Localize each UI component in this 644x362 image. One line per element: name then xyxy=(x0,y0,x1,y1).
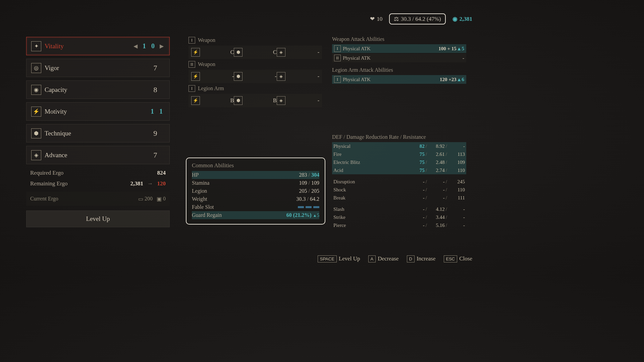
key-hints: SPACELevel UpADecreaseDIncreaseESCClose xyxy=(318,255,472,262)
top-bar: ❤ 10 ⚖ 30.3 / 64.2 (47%) ◉ 2,381 xyxy=(370,13,472,24)
ability-row: Legion205/205 xyxy=(192,187,319,195)
key-icon: ESC xyxy=(444,255,458,262)
stat-label: Technique xyxy=(45,130,151,137)
scaling-icon: ◈ xyxy=(277,96,285,105)
key-hint: ADecrease xyxy=(368,255,399,262)
common-abilities-box: Common Abilities HP283/304Stamina109/109… xyxy=(186,158,325,225)
technique-icon: ⬢ xyxy=(31,128,41,138)
scaling-grade: - xyxy=(314,73,319,79)
scaling-icon: ⬢ xyxy=(234,72,243,81)
stat-row-technique[interactable]: ⬢ Technique 9 xyxy=(26,124,170,142)
scaling-icon: ⚡ xyxy=(191,48,200,57)
stat-label: Motivity xyxy=(45,108,149,115)
stat-row-vigor[interactable]: ◎ Vigor 7 xyxy=(26,59,170,77)
hearts-value: 10 xyxy=(377,16,382,22)
def-row: Acid 75/ 2.74/ 110 xyxy=(332,166,466,174)
ability-name: HP xyxy=(192,172,299,178)
ability-row: HP283/304 xyxy=(192,171,319,179)
scaling-icon: ⚡ xyxy=(191,96,200,105)
capacity-icon: ◉ xyxy=(31,85,41,95)
remaining-ergo-values: 2,381 → 120 xyxy=(130,180,166,187)
ergo-section: Required Ergo 824 Remaining Ergo 2,381 →… xyxy=(26,168,170,227)
remaining-ergo-row: Remaining Ergo 2,381 → 120 xyxy=(26,178,170,189)
scaling-icon: ⬢ xyxy=(234,96,243,105)
stat-value: 7 xyxy=(151,151,159,160)
decrease-arrow-icon[interactable]: ◀ xyxy=(132,43,139,50)
scaling-grade: - xyxy=(314,49,319,55)
stat-row-capacity[interactable]: ◉ Capacity 8 xyxy=(26,80,170,99)
scaling-grade: C xyxy=(228,49,234,55)
weapon-atk-title: Weapon Attack Abilities xyxy=(332,36,466,42)
def-row: Strike -/ 3.44/ - xyxy=(332,213,466,221)
slot-badge: II xyxy=(189,61,195,68)
ability-row: Fable Slot xyxy=(192,203,319,211)
scaling-grade: B xyxy=(271,98,277,104)
weight-icon: ⚖ xyxy=(394,15,399,22)
coin-icon: ▭ xyxy=(138,196,143,202)
stat-value: 7 xyxy=(151,64,159,72)
atk-row: IIPhysical ATK- xyxy=(332,54,466,62)
ergo-value: 2,381 xyxy=(460,16,472,22)
scaling-icon: ◈ xyxy=(277,48,285,57)
def-row: Break -/ -/ 111 xyxy=(332,194,466,202)
vitality-icon: ✦ xyxy=(31,41,41,51)
stat-row-motivity[interactable]: ⚡ Motivity 1 1 xyxy=(26,102,170,121)
equip-header: IWeapon xyxy=(189,37,322,44)
right-panel: Weapon Attack Abilities IPhysical ATK100… xyxy=(332,35,466,229)
key-icon: D xyxy=(407,255,415,262)
scaling-grade: - xyxy=(314,98,319,104)
advance-icon: ◈ xyxy=(31,150,41,160)
stat-label: Vitality xyxy=(45,43,132,50)
vigor-icon: ◎ xyxy=(31,63,41,73)
atk-row: IPhysical ATK100 + 15 ▴ 5 xyxy=(332,44,466,53)
level-up-button[interactable]: Level Up xyxy=(26,210,170,227)
scaling-icon: ◈ xyxy=(277,72,285,81)
common-abilities-title: Common Abilities xyxy=(192,162,319,169)
scaling-grade: C xyxy=(271,49,277,55)
stat-row-vitality[interactable]: ✦ Vitality ◀ 1 0 ▶ xyxy=(26,37,170,55)
ability-row: Guard Regain60 (21.2%)▴ 5 xyxy=(192,211,319,219)
scaling-grade: - xyxy=(228,73,234,79)
stat-row-advance[interactable]: ◈ Advance 7 xyxy=(26,146,170,164)
scaling-row: ⚡C⬢C◈- xyxy=(189,46,322,59)
ability-name: Stamina xyxy=(192,180,299,186)
required-ergo-row: Required Ergo 824 xyxy=(26,168,170,178)
delta-up-icon: ▴ 5 xyxy=(458,46,464,52)
delta-up-icon: ▴ 5 xyxy=(314,213,320,218)
def-table: DEF / Damage Reduction Rate / Resistance… xyxy=(332,134,466,229)
stat-value: 8 xyxy=(151,85,159,94)
def-row: Physical 82/ 8.92/ - xyxy=(332,142,466,150)
weight-value: 30.3 / 64.2 (47%) xyxy=(401,16,441,22)
heart-icon: ❤ xyxy=(370,15,375,22)
scaling-panel: IWeapon⚡C⬢C◈-IIWeapon⚡-⬢-◈-ILegion Arm⚡B… xyxy=(189,35,322,109)
scaling-row: ⚡-⬢-◈- xyxy=(189,70,322,83)
stat-label: Capacity xyxy=(45,86,151,94)
scaling-grade: - xyxy=(271,73,277,79)
stat-label: Advance xyxy=(45,152,151,159)
remaining-ergo-label: Remaining Ergo xyxy=(30,180,68,187)
current-ergo-box: ▣0 xyxy=(157,196,166,202)
ergo-icon: ◉ xyxy=(452,15,458,22)
legion-atk-title: Legion Arm Attack Abilities xyxy=(332,67,466,73)
slot-badge: I xyxy=(189,37,195,44)
increase-arrow-icon[interactable]: ▶ xyxy=(159,43,165,50)
current-ergo-label: Current Ergo xyxy=(30,196,58,202)
fable-slots xyxy=(298,206,319,208)
key-icon: SPACE xyxy=(318,255,337,262)
required-ergo-value: 824 xyxy=(157,170,166,176)
current-ergo-row: Current Ergo ▭200 ▣0 xyxy=(26,192,170,206)
def-row: Shock -/ -/ 110 xyxy=(332,186,466,194)
key-hint: DIncrease xyxy=(407,255,436,262)
def-row: Pierce -/ 5.16/ - xyxy=(332,221,466,229)
ability-row: Weight30.3/64.2 xyxy=(192,195,319,203)
box-icon: ▣ xyxy=(157,196,162,202)
ability-name: Guard Regain xyxy=(192,212,286,218)
equip-header: ILegion Arm xyxy=(189,85,322,92)
ergo-indicator: ◉ 2,381 xyxy=(452,15,472,22)
key-hint: SPACELevel Up xyxy=(318,255,360,262)
def-row: Slash -/ 4.12/ - xyxy=(332,205,466,213)
equip-header: IIWeapon xyxy=(189,61,322,68)
slot-badge: II xyxy=(334,55,341,61)
stats-panel: ✦ Vitality ◀ 1 0 ▶ ◎ Vigor 7 ◉ Capacity … xyxy=(26,37,170,227)
arrow-right-icon: → xyxy=(147,180,153,187)
